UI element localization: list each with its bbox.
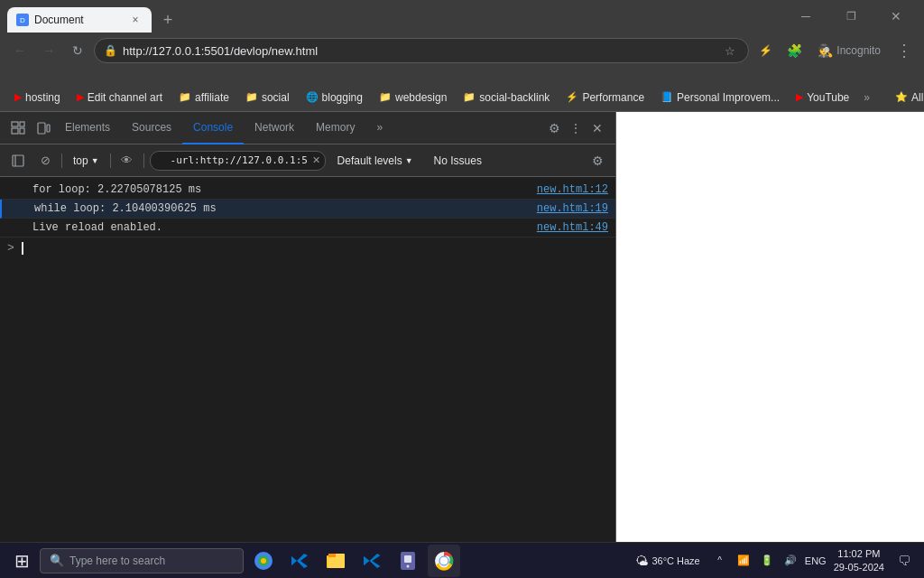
main-area: Elements Sources Console Network Memory …: [0, 112, 924, 542]
filter-clear-icon[interactable]: ✕: [312, 154, 320, 166]
devtools-settings-icon[interactable]: ⚙: [543, 117, 565, 139]
system-clock[interactable]: 11:02 PM 29-05-2024: [830, 547, 888, 573]
eye-button[interactable]: 👁: [116, 150, 138, 172]
forward-button[interactable]: →: [36, 38, 61, 63]
tray-battery-icon[interactable]: 🔋: [756, 550, 778, 572]
tab-sources[interactable]: Sources: [121, 112, 182, 144]
tray-chevron-icon[interactable]: ^: [709, 550, 731, 572]
tab-elements[interactable]: Elements: [54, 112, 121, 144]
tab-network[interactable]: Network: [244, 112, 305, 144]
all-bookmarks-button[interactable]: ⭐ All Bookmarks: [888, 89, 924, 106]
tab-console[interactable]: Console: [182, 112, 244, 144]
folder-icon: 📁: [179, 91, 191, 103]
tab-close-icon[interactable]: ×: [128, 13, 143, 27]
console-line-link-1[interactable]: new.html:12: [537, 183, 608, 196]
taskbar: ⊞ 🔍 Type here to search: [0, 542, 924, 578]
weather-text: 36°C Haze: [651, 555, 699, 566]
tray-volume-icon[interactable]: 🔊: [780, 550, 801, 572]
notification-button[interactable]: 🗨: [892, 548, 917, 573]
devtools-tabs: Elements Sources Console Network Memory …: [0, 112, 615, 144]
svg-rect-1: [12, 128, 18, 134]
devtools-more-icon[interactable]: ⋮: [565, 117, 587, 139]
taskbar-icon-file-explorer[interactable]: [319, 545, 352, 577]
close-button[interactable]: ✕: [875, 2, 917, 31]
no-issues-badge[interactable]: No Issues: [429, 153, 487, 169]
console-settings-button[interactable]: ⚙: [587, 150, 608, 172]
clear-console-button[interactable]: ⊘: [34, 150, 56, 172]
bookmark-social-backlink[interactable]: 📁 social-backlink: [456, 89, 557, 106]
top-context-dropdown[interactable]: top ▼: [68, 153, 105, 169]
taskbar-icon-vscode[interactable]: [356, 545, 388, 577]
new-tab-button[interactable]: +: [155, 7, 180, 33]
bookmarks-more-button[interactable]: »: [858, 89, 875, 106]
youtube-icon-3: ▶: [796, 91, 803, 103]
tab-memory[interactable]: Memory: [305, 112, 365, 144]
sidebar-toggle-button[interactable]: [7, 150, 29, 172]
address-bar[interactable]: 🔒 http://127.0.0.1:5501/devlop/new.html …: [94, 38, 749, 63]
incognito-icon: 🕵️: [818, 43, 833, 58]
levels-arrow-icon: ▼: [405, 156, 413, 165]
bookmarks-bar: ▶ hosting ▶ Edit channel art 📁 affiliate…: [0, 83, 924, 112]
perf-icon: ⚡: [566, 91, 578, 103]
folder-icon-4: 📁: [463, 91, 476, 103]
tray-weather[interactable]: 🌤 36°C Haze: [630, 554, 705, 568]
toolbar-separator-2: [110, 154, 111, 168]
extensions-icon[interactable]: 🧩: [781, 38, 807, 63]
taskbar-icon-phone[interactable]: [392, 545, 424, 577]
minimize-button[interactable]: ─: [785, 2, 827, 31]
browser-more-button[interactable]: ⋮: [892, 38, 917, 63]
bookmark-blogging[interactable]: 🌐 blogging: [299, 89, 370, 106]
svg-rect-3: [20, 128, 24, 134]
bookmark-label: Personal Improvem...: [677, 91, 780, 104]
star-icon[interactable]: ☆: [721, 42, 739, 60]
bookmark-label: blogging: [322, 91, 363, 104]
bookmark-social[interactable]: 📁 social: [238, 89, 297, 106]
bookmark-performance[interactable]: ⚡ Performance: [559, 89, 651, 106]
console-prompt-icon: >: [7, 241, 14, 255]
bookmark-personal[interactable]: 📘 Personal Improvem...: [653, 89, 787, 106]
tab-more[interactable]: »: [365, 112, 393, 144]
top-context-arrow: ▼: [91, 156, 99, 165]
taskbar-icon-vscode-blue[interactable]: [283, 545, 316, 577]
bookmark-affiliate[interactable]: 📁 affiliate: [171, 89, 236, 106]
tray-network-icon[interactable]: 📶: [733, 550, 754, 572]
svg-rect-2: [20, 122, 24, 126]
taskbar-search-bar[interactable]: 🔍 Type here to search: [40, 548, 244, 573]
start-button[interactable]: ⊞: [7, 546, 36, 575]
bookmark-webdesign[interactable]: 📁 webdesign: [372, 89, 454, 106]
bookmark-edit-channel[interactable]: ▶ Edit channel art: [69, 89, 170, 106]
taskbar-icon-colorful-globe[interactable]: [247, 545, 280, 577]
console-input-line[interactable]: >: [0, 238, 615, 258]
bookmark-hosting[interactable]: ▶ hosting: [7, 89, 68, 106]
console-line-link-2[interactable]: new.html:19: [537, 202, 608, 215]
refresh-button[interactable]: ↻: [65, 38, 90, 63]
svg-point-17: [407, 564, 410, 567]
tray-icons-group: ^ 📶 🔋 🔊: [709, 550, 801, 572]
all-bookmarks-label: All Bookmarks: [911, 91, 924, 104]
back-button[interactable]: ←: [7, 38, 32, 63]
taskbar-search-icon: 🔍: [50, 554, 64, 567]
bookmark-label: YouTube: [807, 91, 849, 104]
bookmark-label: webdesign: [395, 91, 447, 104]
filter-wrap: 🔍 ✕: [150, 151, 326, 171]
devtools-close-icon[interactable]: ✕: [587, 117, 608, 139]
browser-tab[interactable]: D Document ×: [7, 7, 152, 33]
bookmark-label: Edit channel art: [88, 91, 162, 104]
filter-input[interactable]: [150, 151, 326, 171]
toolbar-separator-3: [143, 154, 144, 168]
devtools-device-icon[interactable]: [32, 117, 54, 139]
clock-time: 11:02 PM: [834, 547, 884, 560]
taskbar-icon-chrome[interactable]: [428, 545, 460, 577]
console-line-link-3[interactable]: new.html:49: [537, 221, 608, 234]
svg-point-10: [261, 558, 266, 564]
restore-button[interactable]: ❐: [830, 2, 872, 31]
svg-point-20: [441, 557, 448, 564]
log-levels-dropdown[interactable]: Default levels ▼: [331, 152, 420, 170]
incognito-badge[interactable]: 🕵️ Incognito: [810, 42, 888, 60]
tray-lang[interactable]: ENG: [805, 550, 827, 572]
svg-rect-6: [13, 155, 23, 166]
bookmark-youtube[interactable]: ▶ YouTube: [789, 89, 856, 106]
performance-icon[interactable]: ⚡: [753, 38, 778, 63]
bookmark-label: hosting: [25, 91, 60, 104]
devtools-inspect-icon[interactable]: [7, 117, 29, 139]
